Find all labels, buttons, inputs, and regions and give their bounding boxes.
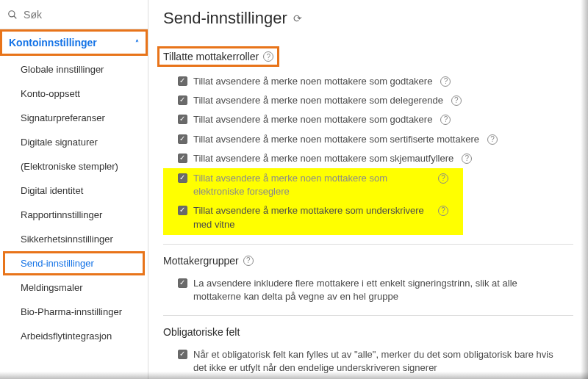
section-title-text: Tillatte mottakerroller (163, 51, 259, 62)
svg-line-1 (14, 15, 17, 18)
option-label: Tillat avsendere å merke noen mottakere … (193, 94, 443, 107)
checkbox[interactable] (178, 76, 187, 86)
checkbox[interactable] (178, 115, 187, 124)
sidebar-item-digital-identity[interactable]: Digital identitet (0, 178, 148, 203)
svg-point-0 (9, 10, 15, 16)
option-row: Når et obligatorisk felt kan fylles ut a… (163, 345, 573, 378)
help-icon[interactable]: ? (462, 154, 472, 164)
option-label: Tillat avsendere å merke noen mottakere … (193, 113, 432, 126)
help-icon[interactable]: ? (438, 173, 448, 184)
option-row: La avsendere inkludere flere mottakere i… (163, 274, 573, 306)
chevron-up-icon: ˄ (135, 39, 139, 47)
sidebar-item-signature-preferences[interactable]: Signaturpreferanser (0, 106, 148, 130)
sidebar-item-report-settings[interactable]: Rapportinnstillinger (0, 203, 148, 227)
sidebar-item-digital-signatures[interactable]: Digitale signaturer (0, 130, 148, 154)
sidebar-section-account-settings[interactable]: Kontoinnstillinger ˄ (0, 29, 148, 56)
sidebar-nav: Globale innstillinger Konto-oppsett Sign… (0, 56, 148, 348)
section-title-allowed-roles: Tillatte mottakerroller ? (159, 48, 277, 65)
option-label: Tillat avsendere å merke noen mottakere … (193, 152, 453, 165)
option-row: Tillat avsendere å merke noen mottakere … (163, 149, 573, 168)
option-row: Tillat avsendere å merke noen mottakere … (163, 110, 573, 129)
checkbox[interactable] (178, 173, 187, 183)
option-label: Tillat avsendere å merke noen mottakere … (193, 75, 432, 88)
sidebar-item-security-settings[interactable]: Sikkerhetsinnstillinger (0, 227, 148, 251)
search-input[interactable] (24, 9, 140, 21)
section-title-text: Obligatoriske felt (163, 326, 240, 338)
sidebar-item-account-setup[interactable]: Konto-oppsett (0, 82, 148, 106)
help-icon[interactable]: ? (438, 206, 448, 216)
divider (163, 244, 573, 245)
sidebar-item-send-settings[interactable]: Send-innstillinger (3, 251, 145, 275)
option-label: Når et obligatorisk felt kan fylles ut a… (193, 348, 559, 375)
refresh-icon[interactable]: ⟳ (293, 12, 302, 24)
checkbox[interactable] (178, 278, 187, 288)
page-title: Send-innstillinger ⟳ (163, 9, 573, 28)
option-row: Tillat avsendere å merke noen mottakere … (163, 91, 573, 110)
option-row: Tillat avsendere å merke noen mottakere … (163, 72, 573, 91)
sidebar-item-workflow-integration[interactable]: Arbeidsflytintegrasjon (0, 324, 148, 348)
section-title-required-fields: Obligatoriske felt (163, 326, 573, 338)
help-icon[interactable]: ? (243, 256, 254, 266)
option-row: Tillat avsendere å merke noen mottakere … (163, 130, 573, 149)
main-content: Send-innstillinger ⟳ Tillatte mottakerro… (148, 0, 588, 379)
help-icon[interactable]: ? (440, 115, 451, 125)
option-label: Tillat avsendere å merke mottakere som u… (193, 204, 430, 231)
help-icon[interactable]: ? (440, 76, 451, 87)
search-bar (0, 0, 148, 29)
page-title-text: Send-innstillinger (163, 9, 287, 28)
section-title-recipient-groups: Mottakergrupper ? (163, 255, 573, 267)
checkbox[interactable] (178, 134, 187, 144)
checkbox[interactable] (178, 206, 187, 215)
option-label: La avsendere inkludere flere mottakere i… (193, 277, 559, 303)
option-row: Tillat avsendere å merke noen mottakere … (163, 169, 463, 201)
highlighted-options: Tillat avsendere å merke noen mottakere … (163, 168, 463, 235)
sidebar-item-biopharma-settings[interactable]: Bio-Pharma-innstillinger (0, 300, 148, 324)
option-row: Tillat avsendere å merke mottakere som u… (163, 201, 463, 234)
checkbox[interactable] (178, 350, 187, 359)
sidebar-item-global-settings[interactable]: Globale innstillinger (0, 57, 148, 82)
option-label: Tillat avsendere å merke noen mottakere … (193, 133, 479, 146)
sidebar: Kontoinnstillinger ˄ Globale innstilling… (0, 0, 148, 379)
help-icon[interactable]: ? (451, 95, 462, 106)
search-icon (7, 9, 18, 21)
checkbox[interactable] (178, 154, 187, 163)
help-icon[interactable]: ? (487, 134, 498, 145)
help-icon[interactable]: ? (263, 51, 273, 62)
checkbox[interactable] (178, 95, 187, 105)
sidebar-section-label: Kontoinnstillinger (9, 37, 97, 48)
section-title-text: Mottakergrupper (163, 255, 239, 267)
option-label: Tillat avsendere å merke noen mottakere … (193, 172, 430, 198)
sidebar-item-electronic-stamps[interactable]: (Elektroniske stempler) (0, 154, 148, 178)
sidebar-item-message-templates[interactable]: Meldingsmaler (0, 275, 148, 300)
divider (163, 315, 573, 316)
